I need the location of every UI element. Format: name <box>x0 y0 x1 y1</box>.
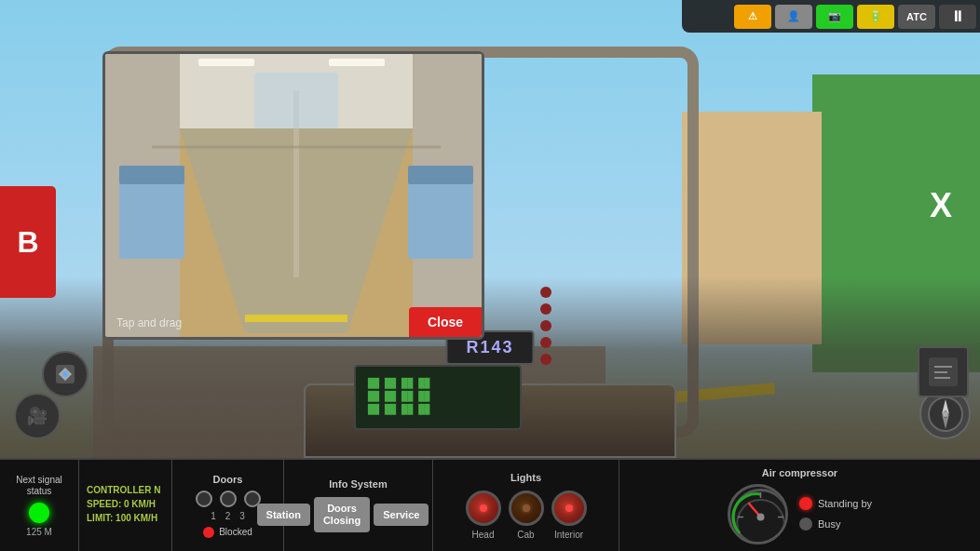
compressor-status: Standing by Busy <box>799 497 872 531</box>
blocked-dot <box>203 527 214 538</box>
door-labels: 1 2 3 <box>211 511 245 521</box>
service-button[interactable]: Service <box>374 504 429 526</box>
lights-controls: Head Cab Interior <box>466 491 587 540</box>
door-1-label: 1 <box>211 511 216 521</box>
camera-button[interactable]: 🎥 <box>14 393 61 439</box>
building-x-label: X <box>930 186 952 225</box>
door-indicators <box>196 491 261 507</box>
display-screen: ██ ██ ██ ██ ██ ██ ██ ██ ██ ██ ██ ██ <box>359 370 517 425</box>
signal-distance: 125 M <box>26 527 52 537</box>
compressor-content: Standing by Busy <box>728 484 872 544</box>
warning-button[interactable]: ⚠ <box>734 5 771 29</box>
cockpit-dot-3 <box>540 320 551 331</box>
controller-section: CONTROLLER N SPEED: 0 KM/H LIMIT: 100 KM… <box>79 460 172 551</box>
nav-icon <box>54 363 76 385</box>
interior-camera-view: Tap and drag Close <box>102 51 484 340</box>
svg-rect-12 <box>119 175 184 259</box>
door-2-label: 2 <box>225 511 231 521</box>
pressure-gauge <box>728 484 788 544</box>
atc-button[interactable]: ATC <box>898 5 935 29</box>
top-bar: ⚠ 👤 📷 🔋 ATC ⏸ <box>682 0 980 33</box>
interior-light-dot <box>565 504 573 512</box>
battery-button[interactable]: 🔋 <box>857 5 894 29</box>
hud-panel: Next signal status 125 M CONTROLLER N SP… <box>0 458 980 551</box>
close-button[interactable]: Close <box>409 307 482 337</box>
doors-closing-button[interactable]: Doors Closing <box>314 497 370 532</box>
standing-by-row: Standing by <box>799 497 872 510</box>
person-button[interactable]: 👤 <box>775 5 812 29</box>
left-panel-label: B <box>17 225 38 260</box>
signal-title: Next signal status <box>6 475 73 497</box>
lights-section: Lights Head Cab Interior <box>433 460 619 551</box>
head-light-knob[interactable] <box>466 491 501 526</box>
blocked-indicator: Blocked <box>203 527 252 538</box>
interior-light-control: Interior <box>551 491 587 540</box>
door-1-indicator <box>196 491 212 507</box>
signal-section: Next signal status 125 M <box>0 460 79 551</box>
svg-point-5 <box>62 371 68 377</box>
cockpit-dot-1 <box>540 287 551 298</box>
interior-light-label: Interior <box>554 530 583 540</box>
controller-line3: LIMIT: 100 KM/H <box>87 513 164 523</box>
svg-point-31 <box>756 513 764 520</box>
cab-light-knob[interactable] <box>509 491 544 526</box>
standing-by-dot <box>799 497 812 510</box>
door-2-indicator <box>220 491 237 507</box>
map-icon <box>927 356 960 388</box>
camera-top-button[interactable]: 📷 <box>816 5 853 29</box>
signal-light <box>29 503 49 523</box>
camera-icon: 🎥 <box>27 406 48 426</box>
svg-text:██ ██ ██ ██: ██ ██ ██ ██ <box>367 403 430 415</box>
head-light-control: Head <box>466 491 501 540</box>
cockpit-dot-5 <box>540 354 551 365</box>
station-button[interactable]: Station <box>257 504 310 526</box>
tap-drag-label: Tap and drag <box>116 316 182 329</box>
info-system-section: Info System Station Doors Closing Servic… <box>284 460 433 551</box>
svg-rect-19 <box>254 73 338 128</box>
gauge-svg <box>730 487 788 544</box>
doors-title: Doors <box>213 474 243 485</box>
standing-by-label: Standing by <box>818 498 872 509</box>
lights-title: Lights <box>510 472 541 483</box>
controller-line1: CONTROLLER N <box>87 485 164 495</box>
info-buttons: Station Doors Closing Service 🔧 <box>257 497 460 532</box>
cockpit-dot-2 <box>540 303 551 315</box>
svg-rect-15 <box>408 166 473 184</box>
cockpit-dot-4 <box>540 337 551 348</box>
busy-label: Busy <box>818 518 840 530</box>
cab-light-label: Cab <box>517 530 534 540</box>
air-compressor-section: Air compressor <box>619 460 980 551</box>
svg-rect-13 <box>119 166 184 184</box>
svg-text:██ ██ ██ ██: ██ ██ ██ ██ <box>367 377 430 389</box>
head-light-dot <box>480 504 487 512</box>
navigation-button[interactable] <box>42 351 88 397</box>
interior-svg <box>105 54 482 337</box>
cab-light-dot <box>523 504 530 512</box>
cab-light-control: Cab <box>509 491 544 540</box>
svg-rect-14 <box>408 175 473 259</box>
map-button[interactable] <box>918 346 969 397</box>
left-panel: B <box>0 186 56 298</box>
interior-light-knob[interactable] <box>551 491 587 526</box>
door-3-label: 3 <box>239 511 245 521</box>
interior-canvas: Tap and drag <box>105 54 482 337</box>
svg-rect-17 <box>329 59 385 66</box>
busy-row: Busy <box>799 517 872 531</box>
compressor-title: Air compressor <box>762 467 837 478</box>
svg-point-24 <box>943 411 948 417</box>
controller-line2: SPEED: 0 KM/H <box>87 499 164 509</box>
busy-dot <box>799 517 812 531</box>
svg-text:██ ██ ██ ██: ██ ██ ██ ██ <box>367 390 430 402</box>
digital-display: ██ ██ ██ ██ ██ ██ ██ ██ ██ ██ ██ ██ <box>354 365 522 430</box>
svg-rect-11 <box>245 315 347 322</box>
info-system-title: Info System <box>329 478 387 490</box>
head-light-label: Head <box>472 530 495 540</box>
blocked-label: Blocked <box>219 527 252 537</box>
svg-rect-16 <box>198 59 254 66</box>
pause-button[interactable]: ⏸ <box>939 5 976 29</box>
cockpit-indicators <box>540 287 551 365</box>
compass-icon <box>927 396 964 433</box>
